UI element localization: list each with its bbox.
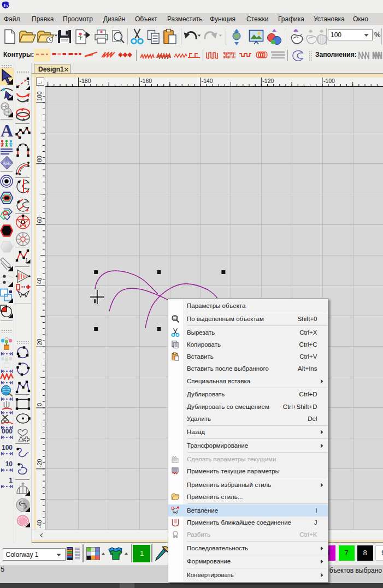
svg-text:20: 20 — [36, 338, 43, 345]
svg-text:-40: -40 — [36, 520, 43, 528]
svg-text:1: 1 — [27, 80, 30, 86]
svg-text:-160: -160 — [140, 78, 152, 84]
svg-text:40: 40 — [36, 277, 43, 284]
svg-text:-100: -100 — [323, 78, 335, 84]
svg-text:Es: Es — [3, 3, 8, 8]
svg-text:-20: -20 — [36, 459, 43, 467]
svg-text:A: A — [1, 121, 13, 138]
svg-text:60: 60 — [36, 216, 43, 223]
svg-text:-120: -120 — [262, 78, 274, 84]
svg-text:-180: -180 — [80, 78, 91, 84]
svg-text:-140: -140 — [202, 78, 213, 84]
svg-text:ABc: ABc — [3, 161, 12, 166]
svg-text:100: 100 — [36, 91, 43, 101]
svg-text:0: 0 — [36, 403, 43, 406]
svg-text:80: 80 — [36, 155, 43, 162]
